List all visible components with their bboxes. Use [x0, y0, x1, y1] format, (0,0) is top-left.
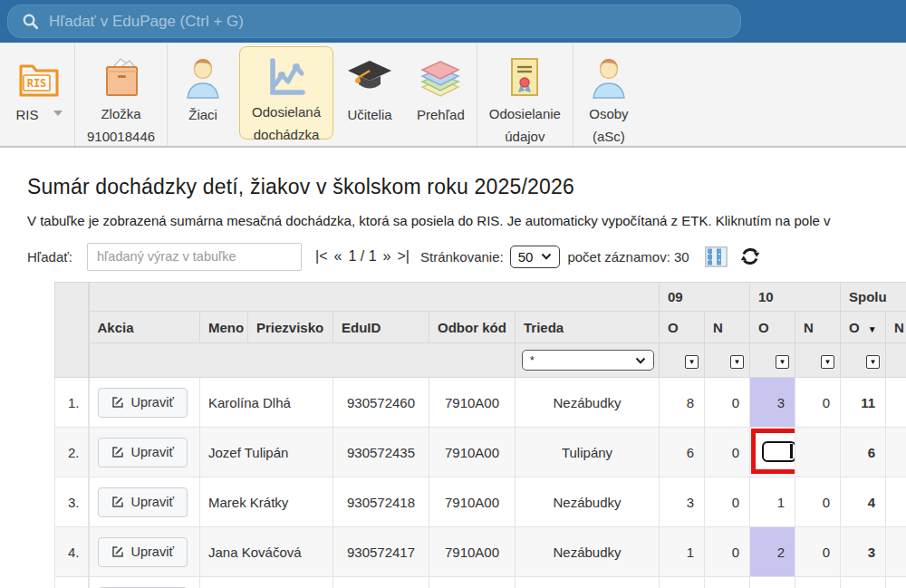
m10-n-cell[interactable] [795, 577, 841, 588]
trieda-filter-select[interactable]: * [522, 350, 654, 371]
row-number: 1. [55, 378, 89, 428]
row-number: 2. [55, 428, 89, 477]
toolbar-item-ris[interactable]: RIS RIS [4, 43, 74, 146]
top-bar [0, 0, 906, 43]
chevron-down-icon [541, 253, 552, 260]
trieda-filter-cell: * [516, 343, 660, 378]
prev-page-button[interactable]: « [334, 248, 342, 265]
toolbar-item-sublabel: 910018446 [87, 128, 155, 146]
m09-n-cell[interactable]: 0 [705, 428, 750, 477]
columns-settings-icon[interactable] [705, 246, 728, 267]
month-group-10: 10 [750, 283, 841, 312]
m10-n-cell[interactable]: 0 [795, 477, 841, 527]
filter-button-icon[interactable]: ▼ [821, 355, 834, 369]
toolbar-item-odosielana-dochadzka[interactable]: Odosielaná dochádzka [239, 46, 333, 140]
table-search-input[interactable] [87, 243, 302, 271]
ris-folder-icon: RIS [16, 54, 62, 101]
table-controls: Hľadať: |< « 1 / 1 » >| Stránkovanie: 50… [27, 242, 906, 271]
m09-n-cell[interactable]: 0 [705, 378, 750, 428]
m10-n-cell[interactable]: 0 [795, 527, 841, 577]
toolbar-item-ucitelia[interactable]: Učitelia [334, 43, 405, 146]
m10-o-cell-selected[interactable] [750, 428, 795, 477]
akcia-cell: Upraviť [89, 428, 200, 477]
m10-o-cell[interactable]: 1 [750, 477, 795, 527]
pagination: |< « 1 / 1 » >| [315, 248, 410, 265]
column-header-eduid[interactable]: EduID [333, 312, 429, 343]
m09-n-cell[interactable] [705, 577, 750, 588]
m09-o-cell[interactable]: 6 [660, 428, 705, 477]
edit-button[interactable]: Upraviť [98, 388, 188, 418]
table-row: 2. Upraviť Jozef Tulipán 930572435 7910A… [55, 428, 906, 477]
m09-o-cell[interactable]: 3 [660, 477, 705, 527]
eduid-cell: 930572435 [333, 428, 429, 477]
toolbar-item-ziaci[interactable]: Žiaci [168, 43, 238, 146]
column-header-trieda[interactable]: Trieda [516, 312, 660, 343]
akcia-cell: Upraviť [89, 577, 200, 588]
filter-cell-spolu-n: ▼ [886, 343, 906, 378]
toolbar-item-osoby[interactable]: Osoby (aSc) [573, 43, 644, 146]
toolbar-item-label: Odosielaná [252, 103, 321, 121]
global-search-input[interactable] [49, 13, 727, 31]
m10-o-cell[interactable]: 2 [750, 527, 795, 577]
month-group-spolu: Spolu [841, 283, 906, 312]
name-cell: Jozef Tulipán [200, 428, 333, 477]
m09-o-cell[interactable]: 8 [660, 378, 705, 428]
column-header-09-n[interactable]: N [705, 312, 750, 343]
odbor-cell: 7910A00 [429, 477, 516, 527]
m09-o-cell[interactable] [660, 577, 705, 588]
edit-button[interactable]: Upraviť [98, 537, 188, 567]
column-header-akcia[interactable]: Akcia [89, 312, 200, 343]
column-header-spolu-o[interactable]: O▼ [841, 312, 886, 343]
filter-button-icon[interactable]: ▼ [776, 355, 789, 369]
last-page-button[interactable]: >| [397, 248, 410, 265]
column-header-meno[interactable]: Meno [200, 312, 248, 343]
column-header-10-n[interactable]: N [795, 312, 841, 343]
chevron-down-icon[interactable] [53, 111, 63, 116]
edit-button[interactable]: Upraviť [98, 438, 188, 468]
filter-button-icon[interactable]: ▼ [866, 355, 880, 369]
column-header-priezvisko[interactable]: Priezvisko [248, 312, 333, 343]
empty-group-header [89, 283, 660, 312]
first-page-button[interactable]: |< [315, 248, 328, 265]
column-header-spolu-n[interactable]: N [886, 312, 906, 343]
filter-cell-10-o: ▼ [750, 343, 795, 378]
edit-button[interactable]: Upraviť [98, 487, 188, 517]
trieda-cell: Tulipány [516, 428, 660, 477]
attendance-edit-input[interactable] [762, 441, 795, 462]
spolu-o-cell: 6 [841, 428, 886, 477]
trieda-cell [516, 577, 660, 588]
global-search[interactable] [7, 5, 741, 38]
page-size-select[interactable]: 50 [510, 246, 561, 268]
m09-n-cell[interactable]: 0 [705, 527, 750, 577]
m09-n-cell[interactable]: 0 [705, 477, 750, 527]
m10-o-cell[interactable] [750, 577, 795, 588]
column-header-10-o[interactable]: O [750, 312, 795, 343]
certificate-icon [506, 54, 544, 101]
spolu-n-cell: 0 [886, 378, 906, 428]
table-row: 5. Upraviť [55, 577, 906, 588]
m10-n-cell[interactable] [795, 428, 841, 477]
next-page-button[interactable]: » [383, 248, 391, 265]
toolbar-item-prehlad[interactable]: Prehľad [405, 43, 477, 146]
toolbar-item-zlozka[interactable]: Zložka 910018446 [75, 43, 167, 146]
archive-box-icon [101, 54, 142, 101]
toolbar-item-odosielanie-udajov[interactable]: Odosielanie údajov [477, 43, 573, 146]
m10-o-cell[interactable]: 3 [750, 378, 795, 428]
toolbar-item-label: Prehľad [417, 106, 465, 124]
edit-pencil-icon [111, 496, 124, 508]
column-header-09-o[interactable]: O [660, 312, 705, 343]
row-number: 5. [55, 577, 89, 588]
page-title: Sumár dochádzky detí, žiakov v školskom … [27, 175, 906, 199]
spolu-n-cell: 0 [886, 527, 906, 577]
column-header-odbor-kod[interactable]: Odbor kód [429, 312, 516, 343]
toolbar-item-sublabel: údajov [505, 128, 545, 146]
toolbar-item-sublabel: (aSc) [593, 128, 625, 146]
toolbar-item-label: Žiaci [188, 106, 217, 124]
m10-n-cell[interactable]: 0 [795, 378, 841, 428]
spolu-n-cell [886, 577, 906, 588]
m09-o-cell[interactable]: 1 [660, 527, 705, 577]
filter-button-icon[interactable]: ▼ [685, 355, 699, 369]
refresh-icon[interactable] [739, 246, 761, 267]
filter-button-icon[interactable]: ▼ [730, 355, 744, 369]
name-cell [200, 577, 333, 588]
